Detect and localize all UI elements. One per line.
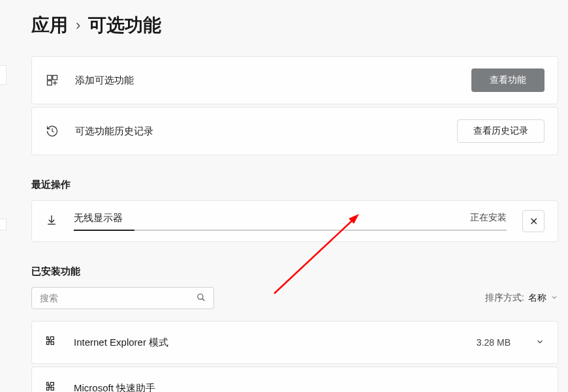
- progress-bar: [74, 230, 507, 231]
- history-icon: [45, 124, 59, 138]
- chevron-down-icon: [535, 337, 544, 348]
- breadcrumb-current: 可选功能: [88, 13, 161, 38]
- feature-name: Internet Explorer 模式: [74, 337, 461, 349]
- install-progress-row: 无线显示器 正在安装 ✕: [31, 200, 558, 242]
- history-row: 可选功能历史记录 查看历史记录: [31, 107, 558, 155]
- add-feature-icon: [45, 73, 59, 87]
- search-input[interactable]: [40, 293, 197, 303]
- close-icon: ✕: [529, 215, 538, 228]
- left-panel-fragment: [0, 219, 7, 230]
- feature-row[interactable]: Internet Explorer 模式 3.28 MB: [31, 321, 558, 364]
- installed-features-title: 已安装功能: [31, 265, 558, 278]
- breadcrumb-parent[interactable]: 应用: [31, 13, 68, 38]
- cancel-install-button[interactable]: ✕: [522, 210, 544, 232]
- svg-point-7: [198, 294, 203, 299]
- add-feature-row: 添加可选功能 查看功能: [31, 56, 558, 104]
- search-box[interactable]: [31, 287, 214, 309]
- view-history-button[interactable]: 查看历史记录: [457, 119, 544, 143]
- puzzle-icon: [45, 335, 58, 350]
- download-icon: [45, 213, 58, 229]
- sort-dropdown[interactable]: 排序方式: 名称: [485, 292, 558, 304]
- svg-line-8: [202, 298, 205, 301]
- breadcrumb-separator: ›: [76, 17, 80, 34]
- view-features-button[interactable]: 查看功能: [471, 68, 544, 92]
- svg-rect-0: [48, 76, 52, 80]
- feature-name: Microsoft 快速助手: [74, 382, 544, 393]
- add-feature-label: 添加可选功能: [75, 74, 456, 87]
- left-panel-fragment: [0, 65, 7, 85]
- sort-value: 名称: [528, 292, 546, 304]
- svg-rect-2: [48, 81, 52, 85]
- history-label: 可选功能历史记录: [75, 125, 441, 138]
- installing-status: 正在安装: [470, 212, 507, 224]
- chevron-down-icon: [550, 293, 558, 303]
- feature-size: 3.28 MB: [477, 337, 511, 348]
- recent-actions-title: 最近操作: [31, 179, 558, 191]
- search-icon: [197, 293, 206, 304]
- installing-item-name: 无线显示器: [74, 212, 123, 224]
- sort-label: 排序方式:: [485, 292, 524, 304]
- puzzle-icon: [45, 380, 58, 392]
- svg-rect-1: [53, 76, 57, 80]
- breadcrumb: 应用 › 可选功能: [31, 13, 558, 38]
- feature-row[interactable]: Microsoft 快速助手: [31, 367, 558, 392]
